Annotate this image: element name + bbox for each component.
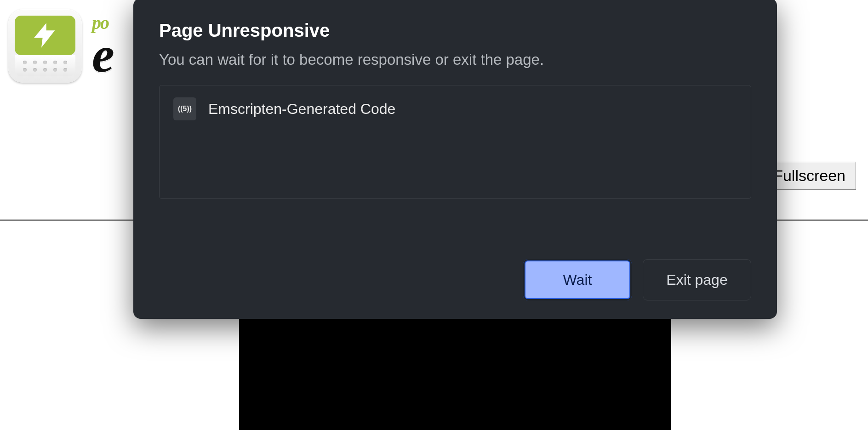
dialog-message: You can wait for it to become responsive… (159, 51, 751, 68)
tab-favicon-icon: ((5)) (173, 97, 196, 120)
unresponsive-tab-title: Emscripten-Generated Code (208, 101, 395, 118)
unresponsive-tab-item: ((5)) Emscripten-Generated Code (173, 97, 737, 120)
svg-text:((5)): ((5)) (178, 105, 192, 113)
dialog-button-row: Wait Exit page (159, 241, 751, 300)
bolt-icon (15, 16, 75, 55)
brand-text: po e (92, 12, 112, 77)
wait-button[interactable]: Wait (523, 259, 632, 300)
exit-page-button[interactable]: Exit page (643, 259, 751, 300)
emscripten-logo (8, 9, 86, 87)
dialog-title: Page Unresponsive (159, 20, 751, 41)
unresponsive-tab-list: ((5)) Emscripten-Generated Code (159, 85, 751, 199)
brand-title: e (92, 34, 112, 77)
page-unresponsive-dialog: Page Unresponsive You can wait for it to… (133, 0, 777, 319)
